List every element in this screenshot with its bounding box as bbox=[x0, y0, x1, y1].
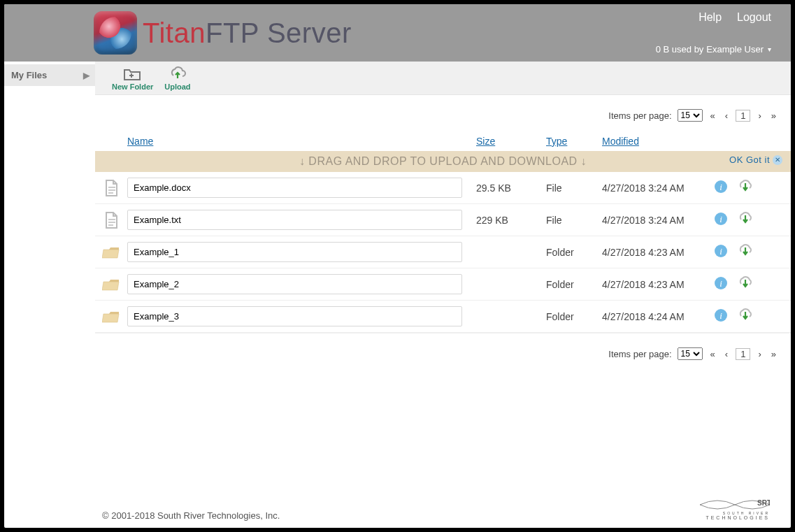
app-header: TitanFTP Server Help Logout 0 B used by … bbox=[4, 4, 791, 62]
pager-prev-button[interactable]: ‹ bbox=[723, 349, 730, 359]
cell-size: 229 KB bbox=[476, 215, 546, 226]
file-name-input[interactable] bbox=[127, 210, 462, 230]
sidebar-item-my-files[interactable]: My Files ▶ bbox=[4, 64, 95, 86]
svg-text:i: i bbox=[719, 246, 722, 257]
download-button[interactable] bbox=[736, 275, 754, 293]
titan-logo-icon bbox=[94, 11, 137, 55]
new-folder-icon bbox=[123, 66, 143, 81]
file-name-input[interactable] bbox=[127, 306, 462, 326]
folder-icon bbox=[95, 277, 127, 292]
pager-next-button[interactable]: › bbox=[756, 110, 763, 121]
folder-icon bbox=[95, 309, 127, 324]
info-button[interactable]: i bbox=[714, 180, 728, 196]
svg-text:SRT: SRT bbox=[757, 499, 770, 507]
pager-current-page: 1 bbox=[736, 348, 750, 360]
download-button[interactable] bbox=[736, 211, 754, 229]
items-per-page-select[interactable]: 15 bbox=[678, 347, 703, 360]
sidebar-item-label: My Files bbox=[11, 70, 47, 80]
logout-link[interactable]: Logout bbox=[737, 11, 771, 24]
srt-logo: SRT SOUTH RIVERTECHNOLOGIES bbox=[700, 499, 770, 521]
file-name-input[interactable] bbox=[127, 178, 462, 198]
cell-modified: 4/27/2018 3:24 AM bbox=[602, 215, 714, 226]
cell-type: Folder bbox=[546, 279, 602, 290]
close-icon: ✕ bbox=[773, 155, 782, 165]
col-type[interactable]: Type bbox=[546, 136, 602, 147]
upload-cloud-icon bbox=[168, 66, 187, 81]
pager-label: Items per page: bbox=[608, 349, 671, 359]
brand-text: TitanFTP Server bbox=[143, 17, 352, 49]
drag-drop-text: ↓ DRAG AND DROP TO UPLOAD AND DOWNLOAD ↓ bbox=[299, 155, 587, 167]
cell-type: File bbox=[546, 215, 602, 226]
pager-last-button[interactable]: » bbox=[769, 349, 778, 359]
file-name-input[interactable] bbox=[127, 242, 462, 262]
pager-first-button[interactable]: « bbox=[708, 110, 717, 121]
items-per-page-select[interactable]: 15 bbox=[678, 109, 703, 122]
table-row: 229 KBFile4/27/2018 3:24 AMi bbox=[95, 204, 791, 236]
caret-down-icon: ▾ bbox=[768, 45, 771, 53]
help-link[interactable]: Help bbox=[699, 11, 722, 24]
new-folder-label: New Folder bbox=[112, 82, 153, 91]
file-name-input[interactable] bbox=[127, 274, 462, 294]
folder-icon bbox=[95, 245, 127, 260]
cell-modified: 4/27/2018 4:23 AM bbox=[602, 279, 714, 290]
ok-got-it-label: OK Got it bbox=[729, 154, 770, 165]
cell-modified: 4/27/2018 4:24 AM bbox=[602, 311, 714, 322]
pager-first-button[interactable]: « bbox=[708, 349, 717, 359]
pager-top: Items per page: 15 « ‹ 1 › » bbox=[95, 103, 791, 127]
file-table: Name Size Type Modified ↓ DRAG AND DROP … bbox=[95, 136, 791, 333]
svg-text:i: i bbox=[719, 310, 722, 321]
cell-size: 29.5 KB bbox=[476, 182, 546, 194]
table-header-row: Name Size Type Modified bbox=[95, 136, 791, 151]
cell-type: Folder bbox=[546, 311, 602, 322]
info-button[interactable]: i bbox=[714, 276, 728, 292]
usage-prefix: 0 B used by bbox=[656, 44, 704, 55]
table-row: Folder4/27/2018 4:24 AMi bbox=[95, 301, 791, 333]
ok-got-it-button[interactable]: OK Got it ✕ bbox=[729, 154, 782, 165]
svg-rect-1 bbox=[129, 75, 134, 76]
brand-titan: Titan bbox=[143, 17, 206, 48]
table-row: Folder4/27/2018 4:23 AMi bbox=[95, 268, 791, 301]
file-icon bbox=[95, 211, 127, 229]
cell-modified: 4/27/2018 3:24 AM bbox=[602, 182, 714, 194]
pager-prev-button[interactable]: ‹ bbox=[723, 110, 730, 121]
pager-current-page: 1 bbox=[736, 110, 750, 122]
footer: © 2001-2018 South River Technologies, In… bbox=[4, 499, 791, 521]
cell-type: File bbox=[546, 182, 602, 194]
info-button[interactable]: i bbox=[714, 244, 728, 260]
download-button[interactable] bbox=[736, 243, 754, 261]
pager-last-button[interactable]: » bbox=[769, 110, 778, 121]
chevron-right-icon: ▶ bbox=[83, 71, 89, 80]
col-modified[interactable]: Modified bbox=[602, 136, 714, 147]
upload-button[interactable]: Upload bbox=[164, 66, 190, 91]
svg-text:i: i bbox=[719, 214, 722, 224]
main-panel: New Folder Upload Items per page: 15 « ‹… bbox=[95, 62, 791, 366]
pager-next-button[interactable]: › bbox=[756, 349, 763, 359]
table-row: 29.5 KBFile4/27/2018 3:24 AMi bbox=[95, 172, 791, 204]
brand-server: FTP Server bbox=[206, 17, 352, 48]
drag-drop-banner: ↓ DRAG AND DROP TO UPLOAD AND DOWNLOAD ↓… bbox=[95, 151, 791, 172]
current-user: Example User bbox=[706, 44, 764, 55]
col-name[interactable]: Name bbox=[127, 136, 476, 147]
upload-label: Upload bbox=[164, 82, 190, 91]
pager-label: Items per page: bbox=[608, 110, 671, 121]
new-folder-button[interactable]: New Folder bbox=[112, 66, 153, 91]
file-icon bbox=[95, 179, 127, 197]
pager-bottom: Items per page: 15 « ‹ 1 › » bbox=[95, 342, 791, 366]
cell-modified: 4/27/2018 4:23 AM bbox=[602, 247, 714, 258]
download-button[interactable] bbox=[736, 308, 754, 325]
info-button[interactable]: i bbox=[714, 212, 728, 228]
copyright-text: © 2001-2018 South River Technologies, In… bbox=[102, 510, 280, 521]
table-row: Folder4/27/2018 4:23 AMi bbox=[95, 236, 791, 268]
srt-wave-icon: SRT bbox=[700, 499, 770, 510]
cell-type: Folder bbox=[546, 247, 602, 258]
svg-text:i: i bbox=[719, 182, 722, 192]
svg-text:i: i bbox=[719, 278, 722, 289]
col-size[interactable]: Size bbox=[476, 136, 546, 147]
brand-region: TitanFTP Server bbox=[94, 11, 352, 55]
info-button[interactable]: i bbox=[714, 308, 728, 324]
usage-region[interactable]: 0 B used by Example User ▾ bbox=[656, 44, 771, 55]
sidebar: My Files ▶ bbox=[4, 62, 95, 366]
download-button[interactable] bbox=[736, 179, 754, 196]
